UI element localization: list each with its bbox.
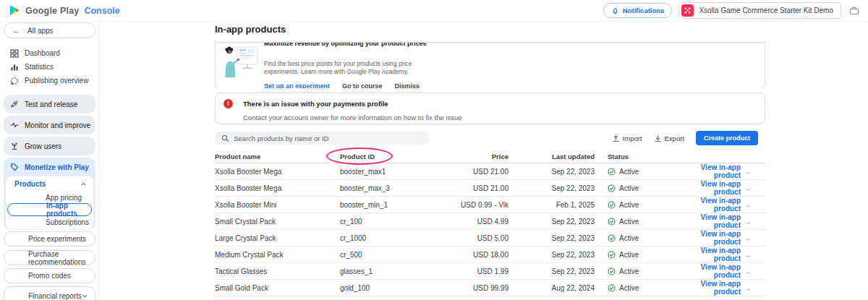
price-tag-icon: [9, 163, 19, 171]
go-to-course-link[interactable]: Go to course: [342, 82, 383, 88]
sidebar-item-label: Purchase recommendations: [28, 250, 88, 266]
briefcase-icon[interactable]: [848, 4, 861, 17]
price-cell: USD 5.00: [456, 234, 509, 242]
search-input[interactable]: [234, 134, 422, 142]
active-check-icon: [608, 234, 616, 242]
view-in-app-product-link[interactable]: View in-app product→: [680, 197, 751, 213]
alert-title: There is an issue with your payments pro…: [243, 99, 754, 108]
products-group-label: Products: [14, 180, 46, 188]
sidebar-item-promo-codes[interactable]: Promo codes: [4, 268, 95, 283]
sidebar-item-label: Grow users: [25, 142, 61, 150]
status-cell: Active: [595, 251, 680, 259]
last-updated-cell: Sep 22, 2023: [509, 184, 595, 192]
notifications-button[interactable]: Notifications: [603, 3, 673, 18]
table-row: Tactical Glasses glasses_1 USD 1.99 Sep …: [215, 263, 765, 280]
google-play-console-logo[interactable]: Google Play Console: [9, 4, 120, 17]
monetize-section: Monetize with Play Products App pricing …: [4, 158, 95, 230]
sidebar-item-subscriptions[interactable]: Subscriptions: [6, 216, 93, 228]
table-body: Xsolla Booster Mega booster_max1 USD 21.…: [215, 163, 765, 296]
view-in-app-product-link[interactable]: View in-app product→: [680, 230, 751, 246]
product-name-cell: Medium Crystal Pack: [215, 251, 340, 259]
status-cell: Active: [595, 284, 680, 292]
app-switcher[interactable]: Xsolla Game Commerce Starter Kit Demo: [678, 2, 841, 19]
view-in-app-product-link[interactable]: View in-app product→: [680, 263, 751, 279]
sidebar-item-monetize-with-play[interactable]: Monetize with Play: [4, 158, 95, 176]
status-label: Active: [619, 218, 639, 226]
product-id-cell: glasses_1: [340, 267, 456, 275]
sidebar-item-label: Subscriptions: [46, 218, 89, 226]
table-row: Xsolla Booster Mega booster_max1 USD 21.…: [215, 163, 765, 180]
sidebar-item-label: Promo codes: [28, 272, 71, 280]
product-id-cell: cr_1000: [340, 234, 456, 242]
status-cell: Active: [595, 184, 680, 192]
search-box[interactable]: [215, 132, 429, 145]
product-name-cell: Tactical Glasses: [215, 267, 340, 275]
sidebar-item-publishing-overview[interactable]: Publishing overview: [0, 74, 99, 87]
page-title: In-app products: [215, 24, 286, 35]
arrow-right-icon: →: [744, 184, 751, 192]
create-product-button[interactable]: Create product: [696, 131, 758, 145]
payments-alert: ! There is an issue with your payments p…: [215, 93, 765, 124]
view-in-app-product-link[interactable]: View in-app product→: [680, 247, 751, 262]
products-toolbar: Import Export Create product: [215, 131, 765, 145]
product-id-cell: gold_100: [340, 284, 456, 292]
sidebar-item-test-and-release[interactable]: Test and release: [4, 95, 95, 113]
product-name-cell: Xsolla Booster Mini: [215, 201, 340, 209]
sidebar-item-label: Price experiments: [28, 235, 86, 243]
sidebar-item-in-app-products[interactable]: In-app products: [7, 203, 92, 216]
sidebar-item-label: Test and release: [25, 100, 77, 108]
sidebar-item-label: Publishing overview: [25, 77, 88, 85]
status-cell: Active: [595, 234, 680, 242]
alert-body: Contact your account owner for more info…: [243, 113, 754, 121]
view-in-app-product-link[interactable]: View in-app product→: [680, 280, 751, 296]
import-button[interactable]: Import: [612, 134, 642, 142]
play-logo-icon: [9, 4, 20, 17]
main-content: In-app products: [99, 22, 868, 300]
col-last-updated: Last updated: [509, 153, 595, 160]
table-row: Xsolla Booster Mini booster_min_1 USD 0.…: [215, 197, 765, 213]
publishing-overview-icon: [9, 77, 19, 85]
sidebar-item-label: In-app products: [46, 202, 91, 218]
status-label: Active: [619, 168, 639, 176]
export-button[interactable]: Export: [654, 134, 684, 142]
sidebar-item-label: App pricing: [46, 194, 82, 202]
price-cell: USD 1.99: [456, 267, 509, 275]
promo-banner-viewport: Maximize revenue by optimizing your prod…: [215, 42, 765, 88]
view-in-app-product-link[interactable]: View in-app product→: [680, 213, 751, 229]
sidebar-item-statistics[interactable]: Statistics: [0, 60, 99, 74]
status-label: Active: [619, 234, 639, 242]
col-status: Status: [595, 153, 680, 160]
view-in-app-product-link[interactable]: View in-app product→: [680, 180, 751, 196]
last-updated-cell: Sep 22, 2023: [509, 168, 595, 176]
sidebar-nav: ← All apps Dashboard Statistics Publishi…: [0, 22, 99, 300]
sidebar-item-label: Monitor and improve: [25, 121, 90, 129]
active-check-icon: [608, 251, 616, 259]
sidebar-item-grow-users[interactable]: Grow users: [4, 137, 95, 155]
status-cell: Active: [595, 201, 680, 209]
sidebar-item-dashboard[interactable]: Dashboard: [0, 46, 99, 60]
sidebar-item-financial-reports[interactable]: Financial reports: [4, 286, 95, 300]
sidebar-item-label: Financial reports: [28, 292, 82, 300]
table-row: Small Crystal Pack cr_100 USD 4.99 Sep 2…: [215, 213, 765, 230]
status-cell: Active: [595, 168, 680, 176]
all-apps-button[interactable]: ← All apps: [4, 22, 95, 38]
view-in-app-product-link[interactable]: View in-app product→: [680, 163, 751, 179]
active-check-icon: [608, 184, 616, 192]
product-name-cell: Xsolla Booster Mega: [215, 184, 340, 192]
set-up-experiment-link[interactable]: Set up an experiment: [264, 82, 330, 88]
col-product-id: Product ID: [340, 153, 456, 160]
col-price: Price: [456, 153, 509, 160]
sidebar-item-monitor-and-improve[interactable]: Monitor and improve: [4, 116, 95, 134]
active-check-icon: [608, 168, 616, 176]
price-cell: USD 4.99: [456, 218, 509, 226]
sidebar-item-price-experiments[interactable]: Price experiments: [4, 231, 95, 247]
sidebar-item-purchase-recommendations[interactable]: Purchase recommendations: [4, 250, 95, 265]
dismiss-link[interactable]: Dismiss: [395, 82, 420, 88]
table-row: Xsolla Booster Mega booster_max_3 USD 21…: [215, 180, 765, 197]
last-updated-cell: Aug 22, 2024: [509, 284, 595, 292]
last-updated-cell: Sep 22, 2023: [509, 218, 595, 226]
xsolla-app-icon: [681, 4, 694, 17]
dashboard-icon: [9, 49, 19, 58]
status-label: Active: [619, 251, 639, 259]
sidebar-group-products[interactable]: Products: [6, 176, 93, 192]
